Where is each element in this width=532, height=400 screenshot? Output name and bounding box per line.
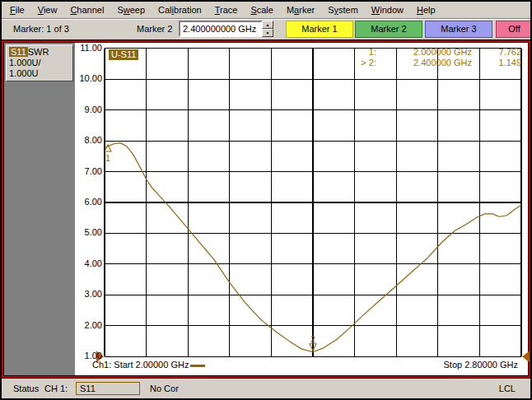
y-tick-label: 3.00 <box>75 289 102 299</box>
menu-item-scale[interactable]: Scale <box>244 2 280 17</box>
trace-scale-label: 1.000U/ <box>9 58 70 68</box>
vna-app-window: { "colors":{ "trace":"#8f6508", "readout… <box>0 0 532 400</box>
channel-label: CH 1: <box>44 384 68 393</box>
marker-readout: 1: 2.000000 GHz 7.762 > 2: 2.400000 GHz … <box>348 47 521 68</box>
trace-reference-label: 1.000U <box>9 68 70 79</box>
chart-area: 12 11.0010.009.008.007.006.005.004.003.0… <box>75 43 528 375</box>
marker-status-label: Marker: 1 of 3 <box>13 24 69 34</box>
y-tick-label: 7.00 <box>75 166 102 176</box>
lcl-indicator: LCL <box>499 384 516 393</box>
y-tick-label: 8.00 <box>75 135 102 145</box>
menu-item-window[interactable]: Window <box>365 2 410 17</box>
marker-readout-row-2: > 2: 2.400000 GHz 1.149 <box>348 58 521 68</box>
menu-item-trace[interactable]: Trace <box>208 2 245 17</box>
marker-frequency-input[interactable] <box>179 21 263 37</box>
menu-item-help[interactable]: Help <box>410 2 442 17</box>
status-label: Status <box>13 384 39 393</box>
svg-text:1: 1 <box>105 154 110 163</box>
y-tick-label: 9.00 <box>75 105 102 114</box>
marker-toolbar: Marker: 1 of 3 Marker 2 ▲ ▼ Marker 1Mark… <box>2 19 530 40</box>
menu-item-calibration[interactable]: Calibration <box>152 2 208 17</box>
marker-1-value: 7.762 <box>472 47 521 58</box>
correction-status: No Cor <box>150 384 179 393</box>
y-tick-label: 2.00 <box>75 320 102 330</box>
svg-text:2: 2 <box>310 335 315 344</box>
toolbar-button-marker-1[interactable]: Marker 1 <box>286 21 353 38</box>
menu-bar: FileViewChannelSweepCalibrationTraceScal… <box>2 2 530 19</box>
menu-item-file[interactable]: File <box>3 2 31 17</box>
marker-2-frequency: 2.400000 GHz <box>376 58 472 68</box>
trace-parameter-tag: S11 <box>9 47 28 57</box>
menu-item-channel[interactable]: Channel <box>63 2 110 17</box>
display-area: S11SWR 1.000U/ 1.000U 12 11.0010.009.008… <box>3 42 529 376</box>
marker-2-value: 1.149 <box>472 58 521 68</box>
sweep-stop-triangle <box>522 351 530 362</box>
measurement-line: S11SWR <box>9 47 70 58</box>
display-frame: S11SWR 1.000U/ 1.000U 12 11.0010.009.008… <box>2 40 530 379</box>
marker-field-label: Marker 2 <box>137 24 172 34</box>
trace-color-legend <box>190 365 205 367</box>
marker-readout-row-1: 1: 2.000000 GHz 7.762 <box>348 47 521 58</box>
status-bar: Status CH 1: S11 No Cor LCL <box>2 379 530 398</box>
y-tick-label: 4.00 <box>75 258 102 268</box>
toolbar-button-off[interactable]: Off <box>496 21 532 38</box>
menu-item-marker[interactable]: Marker <box>280 2 321 17</box>
marker-2-index: > 2: <box>348 58 376 68</box>
menu-item-system[interactable]: System <box>321 2 365 17</box>
trace-sidebar: S11SWR 1.000U/ 1.000U <box>4 43 75 375</box>
marker-1-index: 1: <box>348 47 376 58</box>
y-tick-label: 5.00 <box>75 227 102 237</box>
plot-svg: 12 <box>105 48 521 357</box>
active-measurement-box[interactable]: S11 <box>76 382 140 395</box>
marker-1-frequency: 2.000000 GHz <box>376 47 472 58</box>
measurement-panel[interactable]: S11SWR 1.000U/ 1.000U <box>6 44 73 81</box>
spinner-down-button[interactable]: ▼ <box>262 29 273 37</box>
toolbar-button-marker-3[interactable]: Marker 3 <box>425 21 492 38</box>
sweep-stop-label: Stop 2.80000 GHz <box>443 360 518 370</box>
menu-item-sweep[interactable]: Sweep <box>110 2 152 17</box>
y-tick-label: 10.00 <box>75 73 102 83</box>
menu-item-view[interactable]: View <box>31 2 64 17</box>
trace-format-label: SWR <box>28 47 49 57</box>
spinner-up-button[interactable]: ▲ <box>262 21 273 29</box>
trace-title-badge: U-S11 <box>109 49 138 60</box>
sweep-start-label: Ch1: Start 2.00000 GHz <box>92 360 189 370</box>
y-tick-label: 11.00 <box>75 43 102 53</box>
marker-frequency-spinner: ▲ ▼ <box>262 21 273 37</box>
y-tick-label: 6.00 <box>75 197 102 207</box>
toolbar-button-marker-2[interactable]: Marker 2 <box>355 21 422 38</box>
